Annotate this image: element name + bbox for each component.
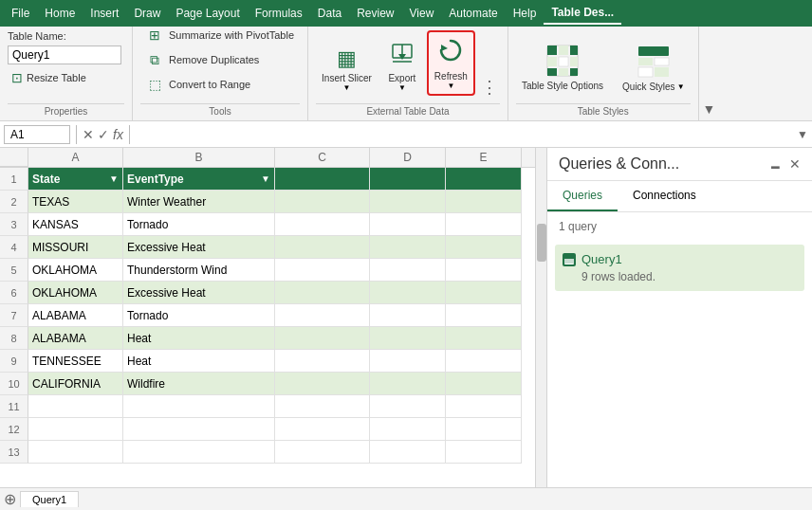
formula-expand-button[interactable]: ▼ <box>797 128 808 141</box>
cell[interactable] <box>275 282 370 304</box>
cell[interactable]: Excessive Heat <box>123 236 275 259</box>
cell[interactable] <box>446 191 522 213</box>
refresh-button[interactable]: Refresh ▼ <box>427 30 475 96</box>
cell[interactable] <box>275 191 370 213</box>
cell[interactable]: Heat <box>123 350 275 373</box>
cell[interactable] <box>370 236 446 259</box>
cancel-formula-icon[interactable]: ✕ <box>83 127 94 142</box>
cell[interactable]: State▼ <box>28 168 123 191</box>
cell[interactable]: CALIFORNIA <box>28 373 123 395</box>
dropdown-arrow[interactable]: ▼ <box>109 173 119 184</box>
menu-home[interactable]: Home <box>37 3 83 24</box>
cell[interactable] <box>275 236 370 259</box>
export-button[interactable]: Export ▼ <box>381 37 423 96</box>
cell[interactable]: ALABAMA <box>28 304 123 327</box>
queries-close-icon[interactable]: ✕ <box>789 156 801 172</box>
cell[interactable]: Thunderstorm Wind <box>123 259 275 282</box>
cell[interactable] <box>370 282 446 304</box>
queries-minimize-icon[interactable]: 🗕 <box>768 156 782 172</box>
col-header-d[interactable]: D <box>370 148 446 167</box>
cell[interactable]: TENNESSEE <box>28 350 123 373</box>
menu-insert[interactable]: Insert <box>83 3 126 24</box>
cell[interactable]: EventType▼ <box>123 168 275 191</box>
quick-styles-button[interactable]: Quick Styles ▼ <box>617 41 691 96</box>
menu-automate[interactable]: Automate <box>441 3 505 24</box>
cell[interactable] <box>446 213 522 236</box>
cell[interactable] <box>446 373 522 395</box>
cell[interactable] <box>28 418 123 441</box>
ribbon-expand-button[interactable]: ▼ <box>699 27 720 120</box>
cell[interactable] <box>275 168 370 191</box>
cell[interactable] <box>446 236 522 259</box>
resize-table-button[interactable]: ⊡ Resize Table <box>8 68 90 87</box>
cell[interactable] <box>275 304 370 327</box>
cell[interactable] <box>275 213 370 236</box>
insert-function-icon[interactable]: fx <box>113 127 123 142</box>
cell[interactable] <box>370 350 446 373</box>
tab-connections[interactable]: Connections <box>618 181 711 211</box>
tab-queries[interactable]: Queries <box>547 181 618 211</box>
cell[interactable]: TEXAS <box>28 191 123 213</box>
cell[interactable]: Excessive Heat <box>123 282 275 304</box>
menu-page-layout[interactable]: Page Layout <box>168 3 247 24</box>
menu-view[interactable]: View <box>402 3 442 24</box>
cell[interactable] <box>370 418 446 441</box>
vertical-scrollbar[interactable] <box>535 148 546 487</box>
col-header-c[interactable]: C <box>275 148 370 167</box>
query-item[interactable]: Query1 9 rows loaded. <box>555 245 804 291</box>
cell[interactable] <box>446 168 522 191</box>
remove-duplicates-button[interactable]: ⧉ Remove Duplicates <box>140 48 265 71</box>
cell[interactable] <box>446 418 522 441</box>
cell[interactable] <box>370 373 446 395</box>
col-header-a[interactable]: A <box>28 148 123 167</box>
table-style-options-button[interactable]: Table Style Options <box>516 40 609 96</box>
sheet-tab[interactable]: Query1 <box>20 491 79 507</box>
cell[interactable] <box>275 395 370 418</box>
cell[interactable] <box>275 350 370 373</box>
col-header-b[interactable]: B <box>123 148 275 167</box>
more-external-button[interactable]: ⋮ <box>479 79 500 96</box>
cell[interactable] <box>370 213 446 236</box>
menu-data[interactable]: Data <box>310 3 349 24</box>
menu-help[interactable]: Help <box>506 3 544 24</box>
cell[interactable]: Heat <box>123 327 275 350</box>
cell[interactable] <box>370 304 446 327</box>
cell[interactable] <box>446 282 522 304</box>
confirm-formula-icon[interactable]: ✓ <box>98 127 109 142</box>
cell[interactable]: ALABAMA <box>28 327 123 350</box>
cell[interactable]: MISSOURI <box>28 236 123 259</box>
cell[interactable] <box>370 327 446 350</box>
cell[interactable]: OKLAHOMA <box>28 259 123 282</box>
cell[interactable] <box>275 259 370 282</box>
cell[interactable]: Tornado <box>123 213 275 236</box>
cell[interactable] <box>275 418 370 441</box>
cell[interactable] <box>446 350 522 373</box>
cell[interactable] <box>446 441 522 464</box>
menu-table-design[interactable]: Table Des... <box>544 2 621 25</box>
cell[interactable] <box>123 395 275 418</box>
cell[interactable] <box>446 327 522 350</box>
cell[interactable] <box>370 168 446 191</box>
menu-file[interactable]: File <box>4 3 37 24</box>
cell[interactable] <box>370 191 446 213</box>
cell[interactable] <box>446 395 522 418</box>
cell[interactable] <box>275 373 370 395</box>
cell[interactable] <box>446 259 522 282</box>
cell[interactable]: KANSAS <box>28 213 123 236</box>
cell[interactable] <box>28 395 123 418</box>
formula-input[interactable] <box>136 126 793 143</box>
menu-review[interactable]: Review <box>349 3 401 24</box>
cell[interactable]: Tornado <box>123 304 275 327</box>
col-header-e[interactable]: E <box>446 148 522 167</box>
cell[interactable] <box>123 441 275 464</box>
cell[interactable] <box>370 259 446 282</box>
menu-draw[interactable]: Draw <box>126 3 168 24</box>
add-sheet-button[interactable]: ⊕ <box>4 490 16 508</box>
cell[interactable] <box>370 395 446 418</box>
convert-to-range-button[interactable]: ⬚ Convert to Range <box>140 73 256 96</box>
cell[interactable] <box>275 441 370 464</box>
insert-slicer-button[interactable]: ▦ Insert Slicer ▼ <box>316 43 378 96</box>
cell[interactable] <box>275 327 370 350</box>
summarize-pivot-button[interactable]: ⊞ Summarize with PivotTable <box>140 24 300 46</box>
cell-reference-input[interactable] <box>4 125 70 144</box>
